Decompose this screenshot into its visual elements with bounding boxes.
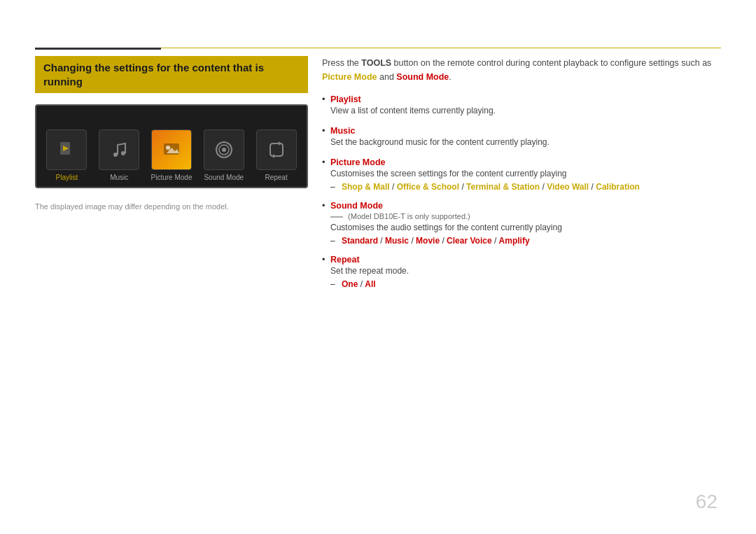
bullet-music: Music Set the background music for the c… <box>322 125 721 148</box>
page-number: 62 <box>696 491 718 513</box>
sound-mode-sublist: Standard / Music / Movie / Clear Voice /… <box>330 236 721 246</box>
option-shop-mall: Shop & Mall <box>342 182 390 192</box>
media-item-soundmode: Sound Mode <box>199 129 248 181</box>
picture-mode-link: Picture Mode <box>322 72 377 82</box>
intro-period: . <box>449 72 451 82</box>
intro-and: and <box>377 72 397 82</box>
option-office-school: Office & School <box>397 182 459 192</box>
desc-playlist: View a list of content items currently p… <box>330 106 496 115</box>
sound-mode-icon <box>204 129 244 170</box>
option-calibration: Calibration <box>596 182 640 192</box>
bullet-sound-mode: Sound Mode (Model DB10E-T is only suppor… <box>322 200 721 246</box>
repeat-sublist: One / All <box>330 279 721 289</box>
term-repeat: Repeat <box>330 255 360 265</box>
bullet-picture-mode: Picture Mode Customises the screen setti… <box>322 157 721 192</box>
soundmode-label: Sound Mode <box>204 174 244 181</box>
sep1: / <box>392 182 397 192</box>
option-music: Music <box>385 236 409 246</box>
media-item-music: Music <box>94 129 144 181</box>
intro-paragraph: Press the TOOLS button on the remote con… <box>322 56 721 84</box>
option-clear-voice: Clear Voice <box>447 236 491 246</box>
sound-mode-link-intro: Sound Mode <box>396 72 449 82</box>
desc-sound-mode: Customises the audio settings for the co… <box>330 223 562 232</box>
option-amplify: Amplify <box>499 236 530 246</box>
desc-music: Set the background music for the content… <box>330 137 550 147</box>
picture-mode-sublist: Shop & Mall / Office & School / Terminal… <box>330 182 721 192</box>
image-note: The displayed image may differ depending… <box>35 202 308 211</box>
option-all: All <box>365 279 375 289</box>
option-movie: Movie <box>416 236 440 246</box>
feature-list: Playlist View a list of content items cu… <box>322 94 721 289</box>
repeat-label: Repeat <box>265 174 287 181</box>
playlist-label: Playlist <box>56 174 78 181</box>
left-column: Changing the settings for the content th… <box>35 56 308 211</box>
svg-point-9 <box>222 148 226 152</box>
tools-bold: TOOLS <box>361 58 391 68</box>
playlist-icon <box>46 129 87 170</box>
picture-label: Picture Mode <box>151 174 192 181</box>
svg-point-5 <box>166 146 170 150</box>
picture-mode-icon <box>151 129 192 170</box>
intro-before: Press the <box>322 58 361 68</box>
bullet-playlist: Playlist View a list of content items cu… <box>322 94 721 117</box>
section-title: Changing the settings for the content th… <box>35 56 308 93</box>
sound-mode-options: Standard / Music / Movie / Clear Voice /… <box>330 236 721 246</box>
media-item-picture: Picture Mode <box>147 129 197 181</box>
music-label: Music <box>110 174 128 181</box>
intro-after: button on the remote control during cont… <box>391 58 711 68</box>
media-player-preview: Playlist Music Picture Mode <box>35 104 308 188</box>
svg-marker-11 <box>272 154 274 158</box>
repeat-options: One / All <box>330 279 721 289</box>
desc-picture-mode: Customises the screen settings for the c… <box>330 169 567 178</box>
sep8: / <box>494 236 499 246</box>
repeat-icon <box>256 129 297 170</box>
divider-line <box>330 216 343 218</box>
media-item-playlist: Playlist <box>42 129 92 181</box>
option-one: One <box>342 279 358 289</box>
svg-marker-10 <box>279 141 281 146</box>
option-video-wall: Video Wall <box>547 182 589 192</box>
music-icon <box>99 129 139 170</box>
picture-mode-options: Shop & Mall / Office & School / Terminal… <box>330 182 721 192</box>
term-playlist: Playlist <box>330 94 361 104</box>
option-terminal-station: Terminal & Station <box>466 182 540 192</box>
term-picture-mode: Picture Mode <box>330 157 386 167</box>
term-music: Music <box>330 126 355 136</box>
media-item-repeat: Repeat <box>251 129 301 181</box>
term-sound-mode: Sound Mode <box>330 201 383 211</box>
bullet-repeat: Repeat Set the repeat mode. One / All <box>322 254 721 289</box>
desc-repeat: Set the repeat mode. <box>330 266 409 276</box>
sound-mode-note: (Model DB10E-T is only supported.) <box>330 212 470 220</box>
option-standard: Standard <box>342 236 378 246</box>
right-column: Press the TOOLS button on the remote con… <box>322 56 721 297</box>
top-rule-dark <box>35 48 161 50</box>
